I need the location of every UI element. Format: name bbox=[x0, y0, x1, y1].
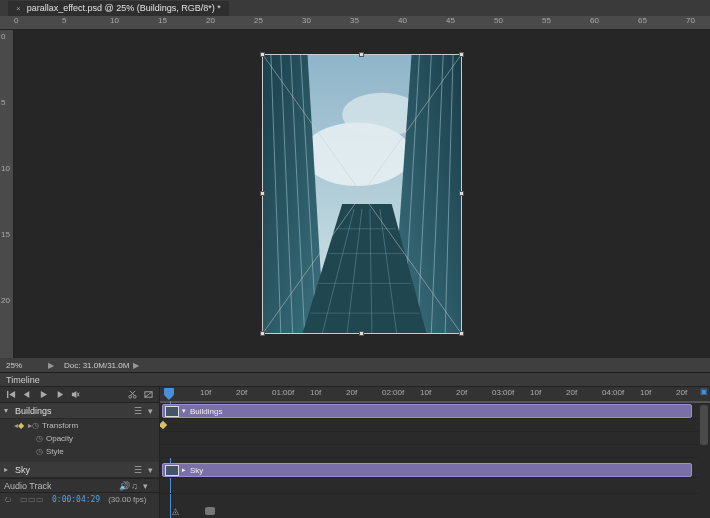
document-tab[interactable]: × parallax_effect.psd @ 25% (Buildings, … bbox=[8, 1, 229, 16]
chevron-right-icon[interactable]: ▶ bbox=[133, 361, 139, 370]
timeline-track-area[interactable]: 00 10f 20f 01:00f 10f 20f 02:00f 10f 20f… bbox=[160, 387, 710, 518]
transform-handle[interactable] bbox=[260, 191, 265, 196]
transform-handle[interactable] bbox=[459, 331, 464, 336]
svg-line-35 bbox=[129, 391, 134, 396]
track-row-transform bbox=[160, 419, 710, 432]
ruler-mark: 10f bbox=[200, 388, 211, 397]
work-area-end[interactable]: ▣ bbox=[700, 387, 708, 396]
layer-row-sky[interactable]: ▸ Sky ☰ ▾ bbox=[0, 462, 159, 478]
keyframe-diamond-icon[interactable]: ◆ bbox=[18, 421, 28, 430]
audio-track-row[interactable]: Audio Track 🔊 ♫ ▾ bbox=[0, 478, 159, 492]
ruler-mark: 10f bbox=[640, 388, 651, 397]
loop-icon[interactable]: ⭮ bbox=[4, 495, 12, 504]
ruler-mark: 20f bbox=[566, 388, 577, 397]
timeline-zoom-slider[interactable]: ◬ bbox=[170, 506, 215, 516]
ruler-tick: 65 bbox=[638, 16, 647, 25]
chevron-right-icon[interactable]: ▶ bbox=[48, 361, 54, 370]
close-tab-icon[interactable]: × bbox=[16, 4, 21, 13]
zoom-level[interactable]: 25% bbox=[6, 361, 44, 370]
canvas[interactable] bbox=[14, 30, 710, 358]
slider-thumb[interactable] bbox=[205, 507, 215, 515]
stopwatch-icon[interactable]: ◷ bbox=[36, 434, 46, 443]
property-label: Transform bbox=[42, 421, 78, 430]
play-button[interactable] bbox=[38, 390, 48, 400]
svg-rect-38 bbox=[164, 388, 174, 395]
frame-animation-icon[interactable]: ▭▭▭ bbox=[20, 495, 44, 504]
property-row-style[interactable]: ◷ Style bbox=[0, 445, 159, 458]
ruler-mark: 03:00f bbox=[492, 388, 514, 397]
prev-frame-button[interactable] bbox=[22, 390, 32, 400]
mute-audio-button[interactable] bbox=[70, 390, 80, 400]
playhead[interactable] bbox=[162, 387, 176, 401]
stopwatch-icon[interactable]: ◷ bbox=[32, 421, 42, 430]
clip-sky[interactable]: ▸ Sky bbox=[162, 463, 692, 477]
ruler-tick: 15 bbox=[1, 230, 10, 239]
split-clip-button[interactable] bbox=[127, 390, 137, 400]
svg-marker-29 bbox=[71, 391, 76, 398]
layer-name: Sky bbox=[12, 465, 133, 475]
chevron-right-icon[interactable]: ▸ bbox=[4, 465, 12, 474]
frame-rate[interactable]: (30.00 fps) bbox=[108, 495, 146, 504]
property-row-transform[interactable]: ◂ ◆ ▸ ◷ Transform bbox=[0, 419, 159, 432]
ruler-tick: 10 bbox=[1, 164, 10, 173]
canvas-image bbox=[263, 55, 461, 333]
track-row-opacity bbox=[160, 432, 710, 445]
status-bar: 25% ▶ Doc: 31.0M/31.0M ▶ bbox=[0, 358, 710, 372]
timeline-footer: ⭮ ▭▭▭ 0:00:04:29 (30.00 fps) bbox=[0, 492, 159, 506]
ruler-horizontal[interactable]: 0 5 10 15 20 25 30 35 40 45 50 55 60 65 … bbox=[0, 16, 710, 30]
stopwatch-icon[interactable]: ◷ bbox=[36, 447, 46, 456]
transform-handle[interactable] bbox=[359, 52, 364, 57]
clip-thumbnail bbox=[165, 406, 179, 417]
ruler-tick: 20 bbox=[1, 296, 10, 305]
ruler-vertical[interactable]: 0 5 10 15 20 bbox=[0, 30, 14, 358]
image-transform-box[interactable] bbox=[262, 54, 462, 334]
ruler-mark: 20f bbox=[236, 388, 247, 397]
transform-handle[interactable] bbox=[459, 191, 464, 196]
ruler-tick: 25 bbox=[254, 16, 263, 25]
chevron-down-icon[interactable]: ▾ bbox=[143, 481, 155, 491]
chevron-down-icon[interactable]: ▾ bbox=[182, 407, 190, 415]
ruler-tick: 45 bbox=[446, 16, 455, 25]
next-frame-button[interactable] bbox=[54, 390, 64, 400]
transition-button[interactable] bbox=[143, 390, 153, 400]
ruler-mark: 10f bbox=[420, 388, 431, 397]
chevron-right-icon[interactable]: ▸ bbox=[182, 466, 190, 474]
current-time[interactable]: 0:00:04:29 bbox=[52, 495, 100, 504]
svg-marker-39 bbox=[164, 395, 174, 400]
speaker-icon[interactable]: 🔊 bbox=[119, 481, 131, 491]
svg-line-34 bbox=[130, 391, 135, 396]
doc-size: Doc: 31.0M/31.0M bbox=[64, 361, 129, 370]
music-note-icon[interactable]: ♫ bbox=[131, 481, 143, 491]
track-row-audio: + bbox=[160, 478, 710, 494]
ruler-tick: 20 bbox=[206, 16, 215, 25]
track-row-style bbox=[160, 445, 710, 458]
transform-handle[interactable] bbox=[459, 52, 464, 57]
ruler-mark: 02:00f bbox=[382, 388, 404, 397]
transform-handle[interactable] bbox=[359, 331, 364, 336]
ruler-mark: 20f bbox=[456, 388, 467, 397]
layer-menu-icon[interactable]: ▾ bbox=[145, 465, 155, 475]
timeline-ruler[interactable]: 00 10f 20f 01:00f 10f 20f 02:00f 10f 20f… bbox=[160, 387, 710, 403]
ruler-tick: 30 bbox=[302, 16, 311, 25]
scrollbar-thumb[interactable] bbox=[700, 405, 708, 445]
keyframe-marker[interactable] bbox=[160, 421, 167, 429]
zoom-out-icon[interactable]: ◬ bbox=[172, 506, 179, 516]
layer-options-icon[interactable]: ☰ bbox=[133, 465, 143, 475]
layer-options-icon[interactable]: ☰ bbox=[133, 406, 143, 416]
transform-handle[interactable] bbox=[260, 331, 265, 336]
ruler-tick: 15 bbox=[158, 16, 167, 25]
svg-marker-25 bbox=[9, 391, 15, 398]
ruler-mark: 01:00f bbox=[272, 388, 294, 397]
chevron-down-icon[interactable]: ▾ bbox=[4, 406, 12, 415]
clip-buildings[interactable]: ▾ Buildings bbox=[162, 404, 692, 418]
property-row-opacity[interactable]: ◷ Opacity bbox=[0, 432, 159, 445]
layer-menu-icon[interactable]: ▾ bbox=[145, 406, 155, 416]
transform-handle[interactable] bbox=[260, 52, 265, 57]
timeline-tab[interactable]: Timeline bbox=[0, 373, 710, 387]
timeline-panel: Timeline ▾ Buildings ☰ ▾ bbox=[0, 372, 710, 518]
scrollbar-vertical[interactable] bbox=[698, 403, 710, 504]
clip-label: Buildings bbox=[190, 407, 222, 416]
layer-row-buildings[interactable]: ▾ Buildings ☰ ▾ bbox=[0, 403, 159, 419]
go-to-first-frame-button[interactable] bbox=[6, 390, 16, 400]
ruler-mark: 20f bbox=[346, 388, 357, 397]
